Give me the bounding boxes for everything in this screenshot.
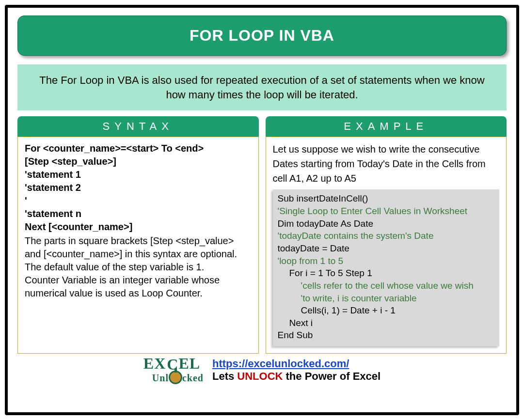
example-column: EXAMPLE Let us suppose we wish to write … — [266, 116, 507, 354]
code-line: 'cells refer to the cell whose value we … — [278, 280, 495, 292]
syntax-line: [Step <step_value>] — [25, 155, 252, 168]
footer: EXCEL Unlcked https://excelunlocked.com/… — [17, 357, 507, 384]
example-header: EXAMPLE — [266, 116, 507, 137]
syntax-header: SYNTAX — [17, 116, 259, 137]
syntax-line: Next [<counter_name>] — [25, 220, 252, 233]
logo-text: Unl — [152, 373, 169, 383]
code-line: Cells(i, 1) = Date + i - 1 — [278, 304, 495, 317]
website-link[interactable]: https://excelunlocked.com/ — [212, 358, 349, 370]
syntax-line: 'statement n — [25, 207, 252, 220]
footer-text: https://excelunlocked.com/ Lets UNLOCK t… — [212, 358, 381, 383]
syntax-line: 'statement 2 — [25, 181, 252, 194]
lock-icon — [169, 371, 182, 384]
tagline-text: the Power of Excel — [283, 370, 381, 382]
logo-text: cked — [182, 373, 204, 383]
logo-bottom: Unlcked — [152, 371, 204, 384]
syntax-body: For <counter_name>=<start> To <end> [Ste… — [17, 137, 259, 354]
code-line: Sub insertDateInCell() — [278, 192, 495, 205]
syntax-line: 'statement 1 — [25, 168, 252, 181]
tagline-unlock: UNLOCK — [237, 370, 283, 382]
syntax-note: The default value of the step variable i… — [25, 261, 252, 274]
syntax-column: SYNTAX For <counter_name>=<start> To <en… — [17, 116, 259, 354]
syntax-note: Counter Variable is an integer variable … — [25, 274, 252, 300]
example-body: Let us suppose we wish to write the cons… — [266, 137, 507, 354]
code-line: For i = 1 To 5 Step 1 — [278, 267, 495, 280]
syntax-code: For <counter_name>=<start> To <end> [Ste… — [25, 142, 252, 233]
footer-tagline: Lets UNLOCK the Power of Excel — [212, 370, 381, 383]
logo-top: EXCEL — [143, 357, 204, 371]
logo: EXCEL Unlcked — [143, 357, 204, 384]
code-line: 'loop from 1 to 5 — [278, 255, 495, 267]
columns-container: SYNTAX For <counter_name>=<start> To <en… — [17, 116, 507, 354]
logo-text: EX — [143, 355, 166, 372]
description-box: The For Loop in VBA is also used for rep… — [17, 64, 507, 110]
syntax-line: For <counter_name>=<start> To <end> — [25, 142, 252, 155]
code-line: 'todayDate contains the system's Date — [278, 230, 495, 242]
code-line: 'to write, i is counter variable — [278, 292, 495, 305]
syntax-line: ' — [25, 194, 252, 207]
tagline-text: Lets — [212, 370, 237, 382]
page-title: FOR LOOP IN VBA — [17, 16, 507, 56]
code-line: 'Single Loop to Enter Cell Values in Wor… — [278, 205, 495, 218]
syntax-note: The parts in square brackets [Step <step… — [25, 234, 252, 261]
code-line: Next i — [278, 317, 495, 329]
logo-text: EL — [178, 355, 200, 372]
syntax-notes: The parts in square brackets [Step <step… — [25, 234, 252, 300]
example-code-box: Sub insertDateInCell()'Single Loop to En… — [273, 189, 500, 346]
code-line: End Sub — [278, 329, 495, 342]
example-description: Let us suppose we wish to write the cons… — [273, 142, 500, 186]
code-line: todayDate = Date — [278, 242, 495, 255]
code-line: Dim todayDate As Date — [278, 218, 495, 230]
document-frame: FOR LOOP IN VBA The For Loop in VBA is a… — [5, 5, 519, 415]
